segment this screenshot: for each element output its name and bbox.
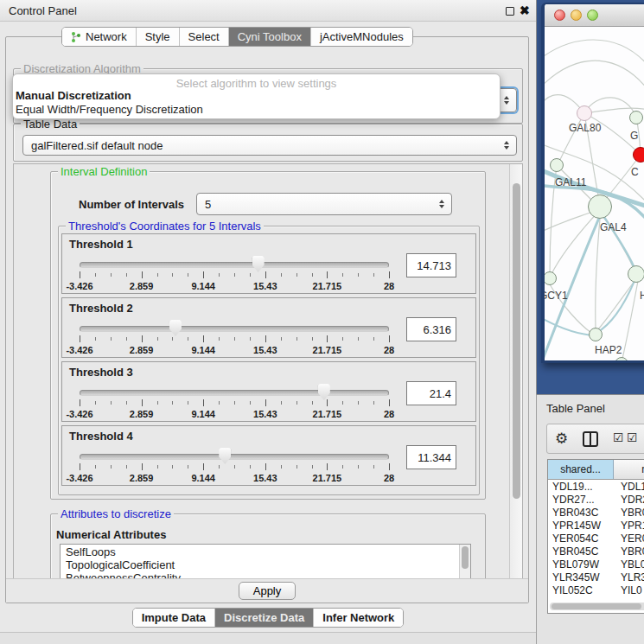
cell-name[interactable]: YBR0 xyxy=(614,507,644,519)
table-row[interactable]: YBR045CYBR0 xyxy=(548,545,644,558)
tab-impute-data[interactable]: Impute Data xyxy=(133,609,214,627)
table-header-row: shared... n... xyxy=(548,460,644,480)
table-row[interactable]: YER054CYER0 xyxy=(548,532,644,545)
threshold-3-value-field[interactable]: 21.4 xyxy=(406,381,456,405)
status-strip xyxy=(0,632,536,644)
threshold-3-slider[interactable]: -3.4262.8599.14415.4321.71528 xyxy=(80,383,389,421)
zoom-traffic-light-icon[interactable] xyxy=(587,10,598,21)
table-row[interactable]: YPR145WYPR1 xyxy=(548,519,644,532)
close-icon[interactable]: ✖ xyxy=(520,3,530,17)
cell-name[interactable]: YPR1 xyxy=(614,520,644,532)
cell-shared-name[interactable]: YDR27... xyxy=(548,494,614,506)
column-header-shared-name[interactable]: shared... xyxy=(548,460,614,479)
slider-thumb[interactable] xyxy=(219,448,231,464)
number-of-intervals-combobox[interactable]: 5 xyxy=(196,193,452,215)
attribute-item[interactable]: SelfLoops xyxy=(61,545,470,558)
close-traffic-light-icon[interactable] xyxy=(554,10,565,21)
dropdown-item-manual-discretization[interactable]: Manual Discretization xyxy=(13,89,500,103)
apply-button[interactable]: Apply xyxy=(239,582,296,600)
cell-shared-name[interactable]: YBL079W xyxy=(548,558,614,571)
tick-mark xyxy=(281,273,282,277)
cell-name[interactable]: YBR0 xyxy=(614,545,644,558)
slider-track[interactable] xyxy=(80,326,389,332)
tick-mark xyxy=(157,273,158,277)
table-row[interactable]: YLR345WYLR3 xyxy=(548,571,644,583)
threshold-2-slider[interactable]: -3.4262.8599.14415.4321.71528 xyxy=(80,319,389,357)
slider-track[interactable] xyxy=(80,454,389,460)
tab-label: Style xyxy=(145,30,170,43)
tab-jactivemnodules[interactable]: jActiveMNodules xyxy=(310,28,412,46)
network-canvas[interactable]: GAL80GCGAL11GAL4GCY1HHAP2 xyxy=(545,27,644,360)
network-node-gal80[interactable] xyxy=(577,105,592,121)
cell-shared-name[interactable]: YER054C xyxy=(548,532,614,545)
checkbox-icon[interactable]: ☑ xyxy=(613,430,624,444)
tick-label: 21.715 xyxy=(313,281,342,291)
table-row[interactable]: YDR27...YDR2 xyxy=(548,493,644,506)
tab-discretize-data[interactable]: Discretize Data xyxy=(214,609,313,627)
table-data-combobox[interactable]: galFiltered.sif default node xyxy=(22,135,517,156)
tick-label: 15.43 xyxy=(253,473,277,483)
gear-icon[interactable]: ⚙ xyxy=(555,430,568,448)
tick-label: 2.859 xyxy=(130,473,154,483)
slider-ticks xyxy=(80,463,389,471)
dropdown-item-equal-width-frequency[interactable]: Equal Width/Frequency Discretization xyxy=(13,103,500,117)
cell-name[interactable]: YBL0 xyxy=(614,558,644,571)
column-header-name[interactable]: n... xyxy=(614,460,644,479)
cell-name[interactable]: YER0 xyxy=(614,532,644,545)
attribute-item[interactable]: TopologicalCoefficient xyxy=(61,558,470,571)
tab-select[interactable]: Select xyxy=(179,28,228,46)
table-row[interactable]: YBL079WYBL0 xyxy=(548,558,644,571)
cell-name[interactable]: YDR2 xyxy=(614,494,644,506)
tab-style[interactable]: Style xyxy=(136,28,179,46)
network-window-titlebar[interactable] xyxy=(545,4,644,27)
cell-name[interactable]: YLR3 xyxy=(614,571,644,583)
tab-infer-network[interactable]: Infer Network xyxy=(313,609,403,627)
minimize-traffic-light-icon[interactable] xyxy=(571,10,582,21)
threshold-4-value-field[interactable]: 11.344 xyxy=(406,445,456,469)
network-node-h[interactable] xyxy=(628,265,644,283)
cell-shared-name[interactable]: YLR345W xyxy=(548,571,614,583)
threshold-4-slider[interactable]: -3.4262.8599.14415.4321.71528 xyxy=(80,447,389,485)
cell-name[interactable]: YDL1 xyxy=(614,481,644,493)
cell-shared-name[interactable]: YIL052C xyxy=(548,584,614,596)
settings-scrollbar[interactable] xyxy=(509,164,522,602)
table-row[interactable]: YBR043CYBR0 xyxy=(548,506,644,519)
slider-thumb[interactable] xyxy=(169,320,182,336)
checkbox-icon[interactable]: ☑ xyxy=(627,430,638,444)
network-node-gal11[interactable] xyxy=(550,158,564,172)
network-node-hap2[interactable] xyxy=(589,328,603,341)
network-node-gal4[interactable] xyxy=(588,194,612,219)
split-columns-icon[interactable] xyxy=(583,431,598,447)
cell-shared-name[interactable]: YBR045C xyxy=(548,545,614,558)
tick-label: 15.43 xyxy=(253,345,277,355)
float-window-icon[interactable] xyxy=(506,7,514,16)
node-label: G xyxy=(630,130,638,142)
tick-mark xyxy=(234,337,235,341)
cell-shared-name[interactable]: YBR043C xyxy=(548,507,614,519)
network-view-window[interactable]: GAL80GCGAL11GAL4GCY1HHAP2 xyxy=(541,3,644,363)
tick-mark xyxy=(250,465,251,469)
table-horizontal-scrollbar[interactable] xyxy=(550,603,644,610)
threshold-1-value-field[interactable]: 14.713 xyxy=(406,253,456,277)
table-row[interactable]: YDL19...YDL1 xyxy=(548,480,644,493)
scrollbar-thumb[interactable] xyxy=(552,603,641,609)
slider-track[interactable] xyxy=(80,390,389,396)
tick-mark xyxy=(327,463,328,470)
tick-label: -3.426 xyxy=(66,281,92,291)
slider-thumb[interactable] xyxy=(252,256,265,272)
tick-mark xyxy=(389,463,390,470)
slider-thumb[interactable] xyxy=(318,384,330,400)
interval-definition-group: Interval Definition Number of Intervals … xyxy=(50,171,486,500)
network-node-c[interactable] xyxy=(633,147,644,163)
network-node-g[interactable] xyxy=(629,111,643,124)
threshold-1-slider[interactable]: -3.4262.8599.14415.4321.71528 xyxy=(80,255,389,293)
slider-track[interactable] xyxy=(80,262,389,268)
threshold-2-value-field[interactable]: 6.316 xyxy=(406,317,456,341)
tab-network[interactable]: Network xyxy=(62,28,136,46)
tab-cyni-toolbox[interactable]: Cyni Toolbox xyxy=(228,28,310,46)
cell-name[interactable]: YIL0 xyxy=(614,584,644,596)
cell-shared-name[interactable]: YPR145W xyxy=(548,520,614,532)
cell-shared-name[interactable]: YDL19... xyxy=(548,481,614,493)
scrollbar-thumb[interactable] xyxy=(513,183,520,499)
table-row[interactable]: YIL052CYIL0 xyxy=(548,583,644,596)
